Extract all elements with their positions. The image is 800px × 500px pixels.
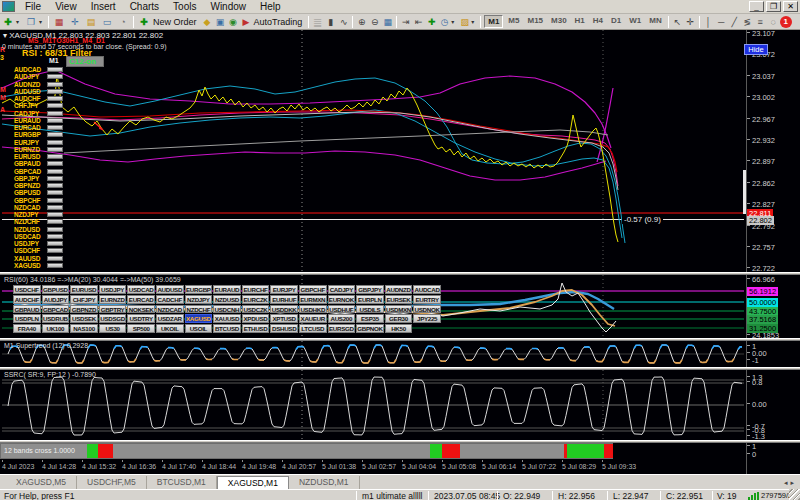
close-button[interactable]: ✕ [783, 1, 798, 12]
profiles-dropdown-icon[interactable]: ▾ [39, 18, 46, 25]
minimize-button[interactable]: _ [749, 1, 764, 12]
symbol-button-uk100[interactable]: UK100 [42, 324, 70, 333]
chart-tab-xagusd-m5[interactable]: XAGUSD,M5 [6, 476, 77, 489]
main-price-chart[interactable] [0, 30, 746, 272]
time-axis[interactable]: 4 Jul 20234 Jul 14:284 Jul 15:324 Jul 16… [0, 460, 746, 474]
indicators-icon[interactable]: ✚ [425, 15, 438, 29]
symbol-button-usdcnh[interactable]: USDCNH [213, 305, 241, 314]
symbol-button-gbpnzd[interactable]: GBPNZD [70, 305, 98, 314]
symbol-button-gbpjpy[interactable]: GBPJPY [356, 285, 384, 294]
symbol-button-hk50[interactable]: HK50 [385, 324, 413, 333]
symbol-button-xauusd[interactable]: XAUUSD [213, 314, 241, 323]
cursor-icon[interactable]: ↖ [671, 15, 684, 29]
symbol-button-eurchf[interactable]: EURCHF [242, 285, 270, 294]
symbol-button-eurcad[interactable]: EURCAD [127, 295, 155, 304]
menu-item-insert[interactable]: Insert [84, 0, 123, 13]
axis-scroll-thumb[interactable] [743, 170, 746, 214]
menu-item-view[interactable]: View [48, 0, 84, 13]
symbol-button-eurhuf[interactable]: EURHUF [270, 295, 298, 304]
magnifier-icon[interactable]: ◌ [767, 15, 780, 29]
timeframe-m15[interactable]: M15 [524, 15, 546, 28]
symbol-button-xptusd[interactable]: XPTUSD [270, 314, 298, 323]
symbol-button-usdpln[interactable]: USDPLN [13, 314, 41, 323]
symbol-button-usdils[interactable]: USDILS [356, 305, 384, 314]
bar-chart-icon[interactable]: 𝄛 [311, 15, 324, 29]
timeframe-mn[interactable]: MN [646, 15, 664, 28]
autotrading-icon[interactable]: ▶ [240, 15, 253, 29]
symbol-button-eurnok[interactable]: EURNOK [328, 295, 356, 304]
symbol-button-ger30[interactable]: GER30 [385, 314, 413, 323]
restore-button[interactable]: ❐ [766, 1, 781, 12]
symbol-button-us30[interactable]: US30 [99, 324, 127, 333]
symbol-button-usddkk[interactable]: USDDKK [270, 305, 298, 314]
shapes-icon[interactable]: ≡ [754, 15, 767, 29]
symbol-button-usdjpy[interactable]: USDJPY [99, 285, 127, 294]
symbol-button-usdchf[interactable]: USDCHF [13, 285, 41, 294]
candlestick-chart-icon[interactable]: ▮ [324, 15, 337, 29]
panel-splitter[interactable] [0, 440, 800, 443]
profiles-icon[interactable]: ❐ [23, 15, 39, 29]
status-profile[interactable]: m1 ultimate alllll [362, 491, 422, 500]
symbol-button-jpy225[interactable]: JPY225 [413, 314, 441, 323]
chart-tab-xagusd-m1[interactable]: XAGUSD,M1 [217, 476, 289, 489]
symbol-button-aus200[interactable]: AUS200 [328, 314, 356, 323]
symbol-button-gbpchf[interactable]: GBPCHF [299, 285, 327, 294]
zoom-in-icon[interactable]: ⊕ [355, 15, 368, 29]
trendline-icon[interactable]: ╱ [728, 15, 741, 29]
resize-grip[interactable] [789, 489, 800, 500]
symbol-button-audcad[interactable]: AUDCAD [413, 285, 441, 294]
symbol-button-gbpcad[interactable]: GBPCAD [42, 305, 70, 314]
web-icon[interactable]: ◉ [227, 15, 240, 29]
menu-item-window[interactable]: Window [203, 0, 253, 13]
symbol-button-usdhuf[interactable]: USDHUF [328, 305, 356, 314]
tile-windows-icon[interactable]: ▦ [381, 15, 394, 29]
new-chart-dropdown-icon[interactable]: ▾ [16, 18, 23, 25]
symbol-button-nzdcad[interactable]: NZDCAD [156, 305, 184, 314]
symbol-button-xaueur[interactable]: XAUEUR [299, 314, 327, 323]
autotrading-button[interactable]: AutoTrading [253, 17, 307, 27]
symbol-button-usdsgd[interactable]: USDSGD [99, 314, 127, 323]
symbol-button-esp35[interactable]: ESP35 [356, 314, 384, 323]
strategy-tester-icon[interactable]: ◔ [115, 15, 131, 29]
symbol-button-audusd[interactable]: AUDUSD [156, 285, 184, 294]
crosshair-icon[interactable]: ✛ [684, 15, 697, 29]
symbol-button-ethusd[interactable]: ETHUSD [242, 324, 270, 333]
symbol-button-eurpln[interactable]: EURPLN [356, 295, 384, 304]
symbol-button-nzdchf[interactable]: NZDCHF [185, 305, 213, 314]
symbol-button-cadjpy[interactable]: CADJPY [328, 285, 356, 294]
templates-icon[interactable]: ▨ [458, 15, 471, 29]
symbol-button-usdczk[interactable]: USDCZK [242, 305, 270, 314]
symbol-button-eurusd[interactable]: EURUSD [70, 285, 98, 294]
symbol-button-eurnzd[interactable]: EURNZD [99, 295, 127, 304]
panel-splitter[interactable] [0, 272, 800, 275]
symbol-button-usdnok[interactable]: USDNOK [413, 305, 441, 314]
symbol-button-eurjpy[interactable]: EURJPY [270, 285, 298, 294]
symbol-button-nas100[interactable]: NAS100 [70, 324, 98, 333]
symbol-button-audjpy[interactable]: AUDJPY [42, 295, 70, 304]
periods-dropdown-icon[interactable]: ▾ [451, 18, 458, 25]
timeframe-h4[interactable]: H4 [590, 15, 606, 28]
symbol-button-usdtry[interactable]: USDTRY [127, 314, 155, 323]
vertical-line-icon[interactable]: │ [702, 15, 715, 29]
symbol-button-dshusd[interactable]: DSHUSD [270, 324, 298, 333]
menu-item-help[interactable]: Help [253, 0, 288, 13]
symbol-button-usdmxn[interactable]: USDMXN [385, 305, 413, 314]
chart-shift-icon[interactable]: ⇤ [412, 15, 425, 29]
menu-item-tools[interactable]: Tools [166, 0, 203, 13]
symbol-button-usdzar[interactable]: USDZAR [156, 314, 184, 323]
symbol-button-btcusd[interactable]: BTCUSD [213, 324, 241, 333]
timeframe-m1[interactable]: M1 [484, 15, 503, 28]
chart-tab-usdchf-m5[interactable]: USDCHF,M5 [77, 476, 147, 489]
symbol-button-ukoil[interactable]: UKOIL [156, 324, 184, 333]
symbol-button-eurmxn[interactable]: EURMXN [299, 295, 327, 304]
data-window-icon[interactable]: ✛ [67, 15, 83, 29]
timeframe-w1[interactable]: W1 [626, 15, 644, 28]
timeframe-m5[interactable]: M5 [505, 15, 522, 28]
symbol-button-gbptry[interactable]: GBPTRY [99, 305, 127, 314]
notification-badge[interactable]: 1 [780, 16, 792, 28]
zoom-out-icon[interactable]: ⊖ [368, 15, 381, 29]
auto-scroll-icon[interactable]: ⇥ [399, 15, 412, 29]
symbol-button-usdrub[interactable]: USDRUB [42, 314, 70, 323]
fibonacci-icon[interactable]: ≶ [741, 15, 754, 29]
line-chart-icon[interactable]: ∿ [337, 15, 350, 29]
